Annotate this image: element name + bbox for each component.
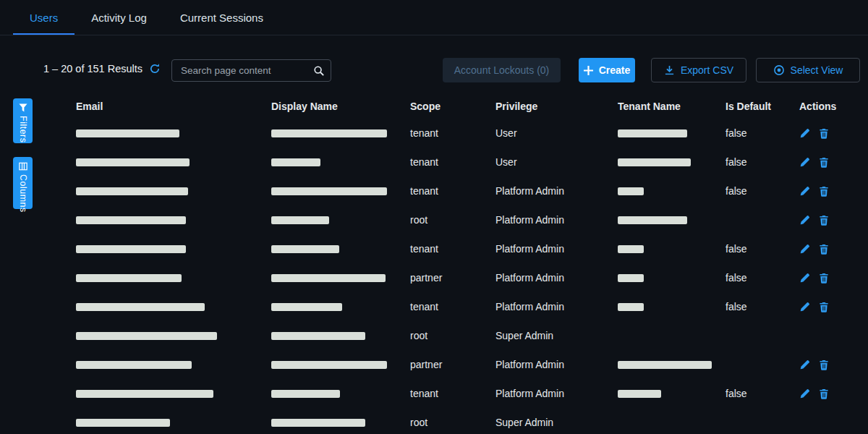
delete-icon[interactable] (819, 157, 829, 168)
privilege-cell: Platform Admin (495, 388, 618, 399)
filters-label: Filters (18, 116, 28, 143)
scope-cell: tenant (410, 127, 495, 139)
email-cell (76, 187, 271, 195)
delete-icon[interactable] (819, 359, 829, 370)
column-header: Tenant Name (618, 101, 726, 112)
display-name-cell (271, 216, 410, 224)
privilege-cell: User (495, 156, 618, 168)
table-row[interactable]: tenant User false (76, 119, 833, 148)
redacted-email (76, 216, 186, 224)
tab-users[interactable]: Users (13, 0, 75, 35)
filter-icon (19, 103, 27, 112)
email-cell (76, 274, 271, 282)
tab-activity-log[interactable]: Activity Log (75, 0, 163, 35)
search-icon[interactable] (313, 65, 325, 77)
columns-icon (19, 162, 27, 171)
edit-icon[interactable] (799, 244, 810, 255)
edit-icon[interactable] (799, 359, 810, 370)
delete-icon[interactable] (819, 186, 829, 197)
table-row[interactable]: root Platform Admin (76, 205, 833, 234)
redacted-display-name (271, 216, 329, 224)
redacted-email (76, 129, 179, 137)
edit-icon[interactable] (799, 273, 810, 284)
privilege-cell: Platform Admin (495, 301, 618, 312)
sidebar-tab-columns[interactable]: Columns (13, 157, 33, 209)
delete-icon[interactable] (819, 273, 829, 284)
delete-icon[interactable] (819, 215, 829, 226)
redacted-email (76, 419, 170, 427)
display-name-cell (271, 419, 410, 427)
table-row[interactable]: tenant Platform Admin false (76, 379, 833, 408)
delete-icon[interactable] (819, 388, 829, 399)
table-row[interactable]: tenant Platform Admin false (76, 176, 833, 205)
privilege-cell: Platform Admin (495, 243, 618, 255)
refresh-icon[interactable] (149, 63, 161, 75)
eye-icon (773, 64, 785, 76)
display-name-cell (271, 303, 410, 311)
columns-label: Columns (18, 174, 28, 213)
plus-icon (584, 66, 593, 75)
actions-cell (799, 215, 833, 226)
table-row[interactable]: tenant User false (76, 148, 833, 176)
scope-cell: root (410, 417, 495, 428)
is-default-cell: false (726, 388, 799, 399)
column-header: Privilege (495, 101, 618, 112)
tenant-name-cell (618, 129, 726, 137)
actions-cell (799, 186, 833, 197)
export-csv-button[interactable]: Export CSV (651, 58, 746, 82)
tab-current-sessions[interactable]: Current Sessions (163, 0, 280, 35)
redacted-tenant-name (618, 216, 687, 224)
tenant-name-cell (618, 303, 726, 311)
table-header: EmailDisplay NameScopePrivilegeTenant Na… (76, 94, 833, 119)
table-row[interactable]: root Super Admin (76, 408, 833, 434)
column-header: Scope (410, 101, 495, 112)
actions-cell (799, 273, 833, 284)
redacted-email (76, 390, 213, 398)
table-row[interactable]: tenant Platform Admin false (76, 234, 833, 263)
sidebar-tab-filters[interactable]: Filters (13, 98, 33, 143)
is-default-cell: false (726, 272, 799, 284)
actions-cell (799, 359, 833, 370)
delete-icon[interactable] (819, 244, 829, 255)
actions-cell (799, 388, 833, 399)
redacted-email (76, 187, 188, 195)
results-count: 1 – 20 of 151 Results (43, 63, 161, 75)
tenant-name-cell (618, 187, 726, 195)
redacted-email (76, 361, 192, 369)
account-lockouts-button[interactable]: Account Lockouts (0) (443, 58, 561, 82)
edit-icon[interactable] (799, 157, 810, 168)
edit-icon[interactable] (799, 388, 810, 399)
tenant-name-cell (618, 216, 726, 224)
edit-icon[interactable] (799, 128, 810, 139)
column-header: Display Name (271, 101, 410, 112)
actions-cell (799, 157, 833, 168)
search-input[interactable] (172, 65, 313, 76)
redacted-display-name (271, 245, 339, 253)
edit-icon[interactable] (799, 186, 810, 197)
redacted-display-name (271, 419, 365, 427)
edit-icon[interactable] (799, 302, 810, 312)
scope-cell: partner (410, 272, 495, 284)
table-row[interactable]: partner Platform Admin (76, 350, 833, 379)
redacted-tenant-name (618, 245, 644, 253)
delete-icon[interactable] (819, 128, 829, 139)
table-row[interactable]: tenant Platform Admin false (76, 292, 833, 321)
edit-icon[interactable] (799, 215, 810, 226)
email-cell (76, 332, 271, 340)
table-row[interactable]: partner Platform Admin false (76, 263, 833, 292)
delete-icon[interactable] (819, 302, 829, 312)
email-cell (76, 361, 271, 369)
scope-cell: tenant (410, 156, 495, 168)
tenant-name-cell (618, 274, 726, 282)
select-view-button[interactable]: Select View (756, 58, 860, 82)
email-cell (76, 419, 271, 427)
display-name-cell (271, 390, 410, 398)
table-row[interactable]: root Super Admin (76, 321, 833, 350)
redacted-tenant-name (618, 390, 661, 398)
select-view-label: Select View (791, 64, 843, 76)
create-button[interactable]: Create (579, 58, 635, 82)
redacted-email (76, 332, 217, 340)
redacted-email (76, 158, 190, 166)
redacted-display-name (271, 332, 365, 340)
tenant-name-cell (618, 390, 726, 398)
